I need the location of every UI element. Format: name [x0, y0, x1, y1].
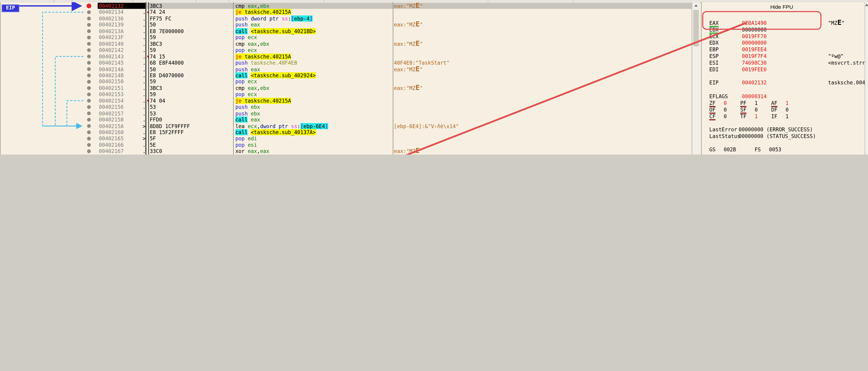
register-row[interactable] [702, 87, 867, 93]
disasm-row[interactable]: 00402143.74 15je tasksche.40215A [97, 54, 691, 60]
instruction-text[interactable]: push dword ptr ss:[ebp-4] [235, 15, 392, 22]
disasm-row[interactable]: 00402145.68 E8F44000push tasksche.40F4E8… [97, 60, 691, 66]
register-row[interactable]: ESP0019F7F4"ºw@" [702, 53, 867, 60]
flag-value[interactable]: 1 [785, 113, 788, 120]
register-value[interactable]: 00000000 [742, 40, 767, 46]
register-row[interactable] [702, 120, 867, 127]
segment-value[interactable]: 0053 [769, 146, 781, 153]
register-value[interactable]: 00000000 [742, 26, 767, 33]
instruction-text[interactable]: cmp eax,ebx [235, 41, 392, 47]
instruction-text[interactable]: push tasksche.40F4E8 [235, 60, 392, 66]
instruction-text[interactable]: push eax [235, 22, 392, 28]
flag-name[interactable]: OF [709, 106, 716, 113]
register-row[interactable]: EBX00000000 [702, 26, 867, 33]
disasm-row[interactable]: 00402169.5Bpop ebx [97, 155, 691, 155]
register-value[interactable]: 0019FEE0 [742, 66, 767, 73]
instruction-text[interactable]: pop ecx [235, 79, 392, 85]
flag-name[interactable]: ZF [709, 100, 716, 106]
instruction-text[interactable]: cmp eax,ebx [235, 85, 392, 91]
instruction-text[interactable]: je tasksche.40215A [235, 9, 392, 15]
instruction-text[interactable]: pop ecx [235, 91, 392, 98]
disasm-row[interactable]: 0040213A.E8 7E000000call <tasksche.sub_4… [97, 28, 691, 34]
disasm-row[interactable]: 00402160.E8 15F2FFFFcall <tasksche.sub_4… [97, 129, 691, 135]
instruction-text[interactable]: call eax [235, 116, 392, 123]
flag-name[interactable]: IF [771, 113, 777, 120]
register-row[interactable]: EDI0019FEE0 [702, 66, 867, 73]
scrollbar-thumb[interactable] [693, 10, 699, 46]
flag-value[interactable]: 0 [724, 100, 727, 106]
disasm-row[interactable]: 00402167.33C0xor eax,eaxeax:"MZE" [97, 148, 691, 154]
flag-value[interactable]: 0 [724, 113, 727, 120]
segment-name[interactable]: FS [754, 146, 761, 153]
registers-vertical-scrollbar[interactable] [865, 2, 868, 155]
disasm-row[interactable]: 0040213F.59pop ecx [97, 34, 691, 40]
flag-name[interactable]: AF [771, 100, 777, 106]
register-value[interactable]: 0019F7F4 [742, 53, 767, 60]
register-row[interactable] [702, 140, 867, 146]
disasm-row[interactable]: 00402157.53push ebx [97, 110, 691, 116]
register-name[interactable]: EAX [709, 20, 719, 26]
segment-name[interactable]: GS [709, 146, 716, 153]
register-name[interactable]: EBP [709, 46, 719, 53]
disasm-row[interactable]: 00402166.5Epop esi [97, 142, 691, 148]
register-value[interactable]: 00402132 [742, 80, 767, 87]
instruction-text[interactable]: pop ecx [235, 47, 392, 53]
instruction-text[interactable]: je tasksche.40215A [235, 54, 392, 60]
disasm-row[interactable]: 00402151.3BC3cmp eax,ebxeax:"MZE" [97, 85, 691, 91]
register-row[interactable]: ZF0PF1AF1 [702, 100, 867, 106]
instruction-text[interactable]: je tasksche.40215A [235, 98, 392, 104]
instruction-text[interactable]: pop ebx [235, 155, 392, 155]
register-name[interactable]: EDI [709, 66, 719, 73]
register-row[interactable]: ECX0019FF70 [702, 33, 867, 40]
instruction-text[interactable]: call <tasksche.sub_4021BD> [235, 28, 392, 34]
flag-name[interactable]: DF [771, 106, 777, 113]
disasm-row[interactable]: 00402165>5Fpop edi [97, 135, 691, 142]
flag-name[interactable]: TF [740, 113, 746, 120]
disasm-row[interactable]: 00402153.59pop ecx [97, 91, 691, 98]
instruction-text[interactable]: push eax [235, 66, 392, 72]
register-name[interactable]: EDX [709, 40, 719, 46]
register-row[interactable]: LastError00000000 (ERROR_SUCCESS) [702, 127, 867, 133]
register-row[interactable]: ES002BDS002B [702, 153, 867, 155]
segment-value[interactable]: 002B [724, 146, 736, 153]
flag-value[interactable]: 0 [754, 106, 757, 113]
register-value[interactable]: 0019FF70 [742, 33, 767, 40]
segment-name[interactable]: ES [709, 153, 716, 155]
disasm-vertical-scrollbar[interactable] [692, 2, 700, 155]
scroll-up-icon[interactable] [865, 4, 868, 6]
disasm-row[interactable]: 00402158.FFD0call eax [97, 116, 691, 123]
disasm-row[interactable]: 00402134.74 24je tasksche.40215A [97, 9, 691, 15]
register-name[interactable]: EFLAGS [709, 93, 728, 100]
flag-value[interactable]: 0 [724, 106, 727, 113]
disasm-row[interactable]: 00402140.3BC3cmp eax,ebxeax:"MZE" [97, 41, 691, 47]
disasm-row[interactable]: 00402142.59pop ecx [97, 47, 691, 53]
register-name[interactable]: ECX [709, 33, 719, 40]
instruction-text[interactable]: pop esi [235, 142, 392, 148]
register-value[interactable]: 00000314 [742, 93, 767, 100]
flag-name[interactable]: PF [740, 100, 746, 106]
instruction-text[interactable]: pop ecx [235, 34, 392, 40]
flag-value[interactable]: 0 [785, 106, 788, 113]
register-row[interactable]: OF0SF0DF0 [702, 106, 867, 113]
register-name[interactable]: ESI [709, 60, 719, 66]
register-row[interactable]: GS002BFS0053 [702, 146, 867, 153]
instruction-text[interactable]: push ebx [235, 110, 392, 116]
register-value[interactable]: 0019FEE4 [742, 46, 767, 53]
disasm-row[interactable]: 0040214B.E8 D4070000call <tasksche.sub_4… [97, 72, 691, 78]
disasm-row[interactable]: 00402154.74 04je tasksche.40215A [97, 98, 691, 104]
register-row[interactable]: EFLAGS00000314 [702, 93, 867, 100]
register-name[interactable]: EIP [709, 80, 719, 87]
register-name[interactable]: EBX [709, 26, 719, 33]
instruction-text[interactable]: xor eax,eax [235, 148, 392, 154]
scroll-up-icon[interactable] [694, 4, 698, 7]
disasm-row[interactable]: 0040215A>8D8D 1CF9FFFFlea ecx,dword ptr … [97, 123, 691, 129]
disasm-row[interactable]: 00402139.50push eaxeax:"MZE" [97, 22, 691, 28]
flag-value[interactable]: 1 [754, 113, 757, 120]
disasm-row[interactable]: 00402136.FF75 FCpush dword ptr ss:[ebp-4… [97, 15, 691, 22]
segment-name[interactable]: DS [754, 153, 761, 155]
flag-value[interactable]: 1 [785, 100, 788, 106]
register-row[interactable]: EDX00000000 [702, 40, 867, 46]
instruction-text[interactable]: call <tasksche.sub_40137A> [235, 129, 392, 135]
flag-value[interactable]: 1 [754, 100, 757, 106]
register-value[interactable]: 028A1490 [742, 20, 767, 26]
